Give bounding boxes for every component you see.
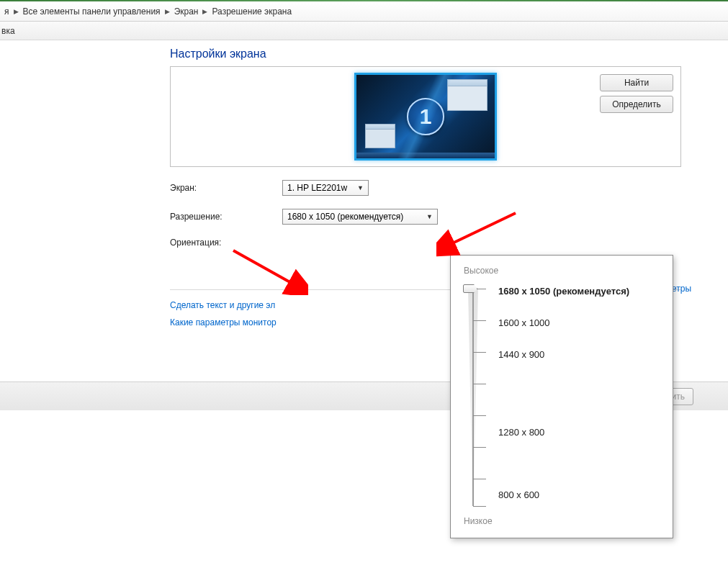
breadcrumb: я ▶ Все элементы панели управления ▶ Экр…: [0, 1, 728, 22]
resolution-option[interactable]: 1600 x 1000: [498, 317, 550, 328]
chevron-right-icon: ▶: [163, 8, 171, 15]
resolution-high-label: Высокое: [464, 266, 660, 276]
orientation-label: Ориентация:: [170, 238, 282, 248]
monitor-number-badge: 1: [407, 98, 444, 135]
page-title: Настройки экрана: [170, 48, 728, 60]
chevron-right-icon: ▶: [201, 8, 209, 15]
find-button[interactable]: Найти: [600, 74, 673, 91]
resolution-option[interactable]: 1440 x 900: [498, 349, 544, 360]
resolution-dropdown-value: 1680 x 1050 (рекомендуется): [287, 212, 419, 222]
resolution-popup[interactable]: Высокое 1680 x 1050 (рекомендуется) 1600…: [450, 255, 673, 538]
resolution-slider[interactable]: [465, 289, 481, 506]
breadcrumb-display[interactable]: Экран: [171, 6, 202, 17]
breadcrumb-control-panel[interactable]: Все элементы панели управления: [20, 6, 163, 17]
slider-track: [472, 289, 474, 506]
display-preview-box: 1 Найти Определить: [170, 66, 681, 167]
monitor-thumbnail[interactable]: 1: [354, 73, 497, 161]
thumb-window-icon: [365, 124, 395, 148]
breadcrumb-resolution[interactable]: Разрешение экрана: [209, 6, 295, 17]
resolution-option[interactable]: 800 x 600: [498, 489, 539, 500]
thumb-window-icon: [447, 79, 487, 111]
chevron-right-icon: ▶: [12, 8, 20, 15]
chevron-down-icon: ▼: [426, 213, 433, 220]
screen-dropdown[interactable]: 1. HP LE2201w ▼: [282, 180, 369, 196]
resolution-dropdown[interactable]: 1680 x 1050 (рекомендуется) ▼: [282, 209, 438, 225]
thumb-taskbar-icon: [356, 153, 495, 158]
resolution-option[interactable]: 1280 x 800: [498, 427, 544, 438]
breadcrumb-root[interactable]: я: [1, 6, 12, 17]
screen-label: Экран:: [170, 183, 282, 193]
resolution-label: Разрешение:: [170, 212, 282, 222]
detect-button[interactable]: Определить: [600, 96, 673, 113]
chevron-down-icon: ▼: [357, 184, 364, 191]
tab-label: вка: [1, 26, 15, 36]
screen-dropdown-value: 1. HP LE2201w: [287, 183, 350, 193]
resolution-option[interactable]: 1680 x 1050 (рекомендуется): [498, 286, 629, 297]
resolution-low-label: Низкое: [464, 516, 493, 526]
tabstrip: вка: [0, 22, 728, 40]
